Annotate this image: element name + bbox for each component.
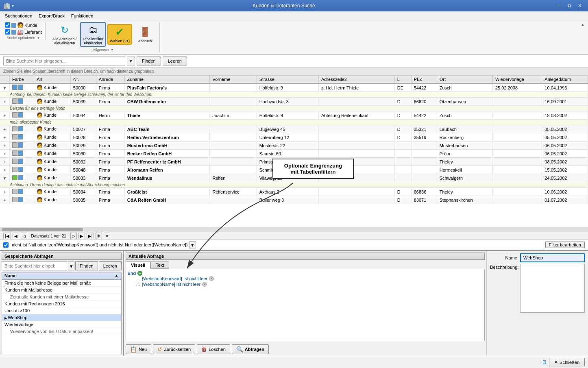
neu-button[interactable]: 📋 Neu xyxy=(126,344,151,354)
row-expand-9[interactable]: ▼ xyxy=(0,174,9,182)
row-expand-0[interactable]: ▼ xyxy=(0,83,9,92)
saved-list-item[interactable]: Umsatz>100 xyxy=(2,307,121,314)
saved-find-button[interactable]: Finden xyxy=(75,261,98,270)
col-header-adresszeile2[interactable]: Adresszeile2 xyxy=(318,76,394,83)
row-expand-11[interactable]: + xyxy=(0,196,9,204)
horizontal-scrollbar[interactable] xyxy=(0,227,588,232)
description-textarea[interactable] xyxy=(520,264,585,313)
search-input[interactable] xyxy=(3,57,125,65)
name-input[interactable] xyxy=(520,253,585,262)
kunde-checkbox-item[interactable]: 🧑 Kunde xyxy=(5,22,42,28)
saved-list-item[interactable]: Kunden mit Rechnungen 2016 xyxy=(2,300,121,307)
col-header-strasse[interactable]: Strasse xyxy=(257,76,318,83)
saved-list-item[interactable]: Zeigt alle Kunden mit einer Mailadresse xyxy=(2,294,121,300)
saved-list-item[interactable]: ▶ WebShop xyxy=(2,314,121,321)
note-cell-0: Achtung, bei diesem Kunden keine Belege … xyxy=(0,92,588,98)
und-add-button[interactable]: + xyxy=(137,271,142,276)
col-header-nr[interactable]: Nr. xyxy=(71,76,96,83)
saved-list-item[interactable]: Wiedervorlage xyxy=(2,321,121,328)
col-header-art[interactable]: Art xyxy=(34,76,71,83)
col-header-wiedervorlage[interactable]: Wiedervorlage xyxy=(493,76,542,83)
col-header-farbe[interactable]: Farbe xyxy=(9,76,34,83)
row-expand-6[interactable]: + xyxy=(0,150,9,158)
saved-search-dropdown[interactable]: ▾ xyxy=(68,261,74,270)
row-expand-7[interactable]: + xyxy=(0,158,9,166)
nav-prev-button[interactable]: ◀ xyxy=(13,233,19,239)
lieferant-checkbox-item[interactable]: 🏭 Lieferant xyxy=(5,29,42,35)
tab-visuell[interactable]: Visuell xyxy=(126,261,150,269)
cell-adresszeile2-11 xyxy=(318,196,394,204)
table-row[interactable]: + 🧑 Kunde 50030 Firma Becker Reifen GmbH… xyxy=(0,150,588,158)
menu-export-druck[interactable]: Export/Druck xyxy=(35,13,68,19)
nav-prev2-button[interactable]: ◁ xyxy=(21,233,27,239)
col-header-ort[interactable]: Ort xyxy=(437,76,492,83)
row-expand-8[interactable]: + xyxy=(0,166,9,174)
condition-remove-1[interactable]: ✕ xyxy=(209,276,214,281)
menu-funktionen[interactable]: Funktionen xyxy=(68,13,96,19)
col-header-expand[interactable] xyxy=(0,76,9,83)
close-button[interactable]: ✕ Schließen xyxy=(549,358,585,366)
condition-remove-2[interactable]: ✕ xyxy=(202,282,207,287)
col-header-zuname[interactable]: Zuname xyxy=(124,76,210,83)
close-button[interactable]: ✕ xyxy=(575,2,585,10)
abfragen-icon: 🔍 xyxy=(236,346,243,353)
waehlen-button[interactable]: ✔ Wählen (21) xyxy=(107,24,132,45)
table-container[interactable]: Farbe Art Nr. Anrede Zuname Vorname Stra… xyxy=(0,76,588,227)
find-button[interactable]: Finden xyxy=(137,57,161,65)
abfragen-button[interactable]: 🔍 Abfragen xyxy=(232,344,269,354)
restore-button[interactable]: ⧉ xyxy=(564,2,574,10)
zuruecksetzen-button[interactable]: ↺ Zurücksetzen xyxy=(153,344,195,354)
lieferant-checkbox[interactable] xyxy=(5,29,10,35)
nav-add-button[interactable]: ✚ xyxy=(96,233,102,239)
cell-farbe-10 xyxy=(9,188,34,196)
abbruch-button[interactable]: 🚪 Abbruch xyxy=(134,24,156,44)
table-row[interactable]: + 🧑 Kunde 50028 Firma Reifen-Vertriebsze… xyxy=(0,133,588,142)
saved-list-item[interactable]: Firma die noch keine Belege per Mail erh… xyxy=(2,280,121,287)
table-row[interactable]: + 🧑 Kunde 50027 Firma ABC Team Bügelweg … xyxy=(0,125,588,133)
col-header-l[interactable]: L xyxy=(394,76,411,83)
row-expand-5[interactable]: + xyxy=(0,142,9,150)
table-row[interactable]: + 🧑 Kunde 50029 Firma Musterfirma GmbH M… xyxy=(0,142,588,150)
col-header-vorname[interactable]: Vorname xyxy=(210,76,257,83)
nav-first-button[interactable]: |◀ xyxy=(3,233,11,239)
toolbar-collapse-icon[interactable]: ▲ xyxy=(581,22,585,27)
row-expand-1[interactable]: + xyxy=(0,98,9,106)
nav-last-button[interactable]: ▶| xyxy=(87,233,94,239)
table-row[interactable]: ▼ 🧑 Kunde 50000 Firma PlusFakt Factory's… xyxy=(0,83,588,92)
close-icon: ✕ xyxy=(554,359,558,365)
nav-del-button[interactable]: ✕ xyxy=(104,233,110,239)
filter-dropdown-button[interactable]: ▾ xyxy=(189,241,196,248)
row-expand-2[interactable]: + xyxy=(0,111,9,120)
tabellenfilter-button[interactable]: 🗂 Tabellenfiltereinblenden xyxy=(80,22,106,47)
filter-edit-button[interactable]: Filter bearbeiten xyxy=(545,242,585,248)
table-row[interactable]: + 🧑 Kunde 50044 Herrn Thiele Joachim Hof… xyxy=(0,111,588,120)
loeschen-button[interactable]: 🗑 Löschen xyxy=(197,344,230,354)
kunde-label: Kunde xyxy=(24,23,37,28)
row-expand-4[interactable]: + xyxy=(0,133,9,142)
nav-next-button[interactable]: ▶ xyxy=(78,233,85,239)
table-row[interactable]: + 🧑 Kunde 50039 Firma CBW Reifencenter H… xyxy=(0,98,588,106)
saved-queries-list[interactable]: Firma die noch keine Belege per Mail erh… xyxy=(2,279,122,354)
table-row[interactable]: + 🧑 Kunde 50034 Firma Großleist Reifense… xyxy=(0,188,588,196)
row-expand-10[interactable]: + xyxy=(0,188,9,196)
filter-text: nicht Ist Null oder leer([WebshopKennwor… xyxy=(12,242,187,247)
menu-suchoptionen[interactable]: Suchoptionen xyxy=(2,13,35,19)
saved-list-item[interactable]: Kunden mit Mailadresse xyxy=(2,287,121,294)
nav-next2-button[interactable]: ▷ xyxy=(70,233,77,239)
cell-anlegedatum-11: 01.07.2002 xyxy=(542,196,588,204)
tab-text[interactable]: Text xyxy=(150,261,169,269)
filter-checkbox[interactable] xyxy=(3,242,9,248)
alle-anzeigen-button[interactable]: ↻ Alle Anzeigen /Aktualisieren xyxy=(50,22,79,46)
col-header-anlegedatum[interactable]: Anlegedatum xyxy=(542,76,588,83)
clear-button[interactable]: Leeren xyxy=(163,57,187,65)
saved-search-input[interactable] xyxy=(2,261,67,270)
saved-list-item[interactable]: Wiedervorlage von bis / Datum anpassen! xyxy=(2,328,121,335)
minimize-button[interactable]: ─ xyxy=(554,2,564,10)
col-header-plz[interactable]: PLZ xyxy=(411,76,437,83)
table-row[interactable]: + 🧑 Kunde 50035 Firma C&A Reifen GmbH Bu… xyxy=(0,196,588,204)
kunde-checkbox[interactable] xyxy=(5,22,10,28)
row-expand-3[interactable]: + xyxy=(0,125,9,133)
col-header-anrede[interactable]: Anrede xyxy=(96,76,124,83)
saved-clear-button[interactable]: Leeren xyxy=(99,261,122,270)
search-dropdown-button[interactable]: ▾ xyxy=(127,57,135,65)
